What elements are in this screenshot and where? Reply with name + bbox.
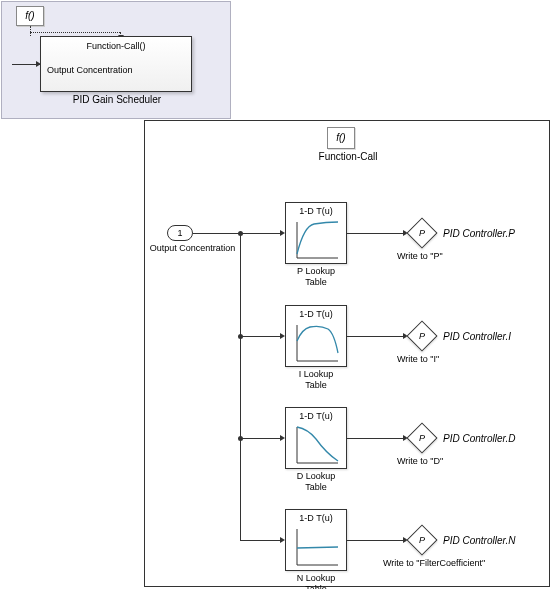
signal-line xyxy=(347,336,403,337)
lut-caption: N Lookup Table xyxy=(285,573,347,589)
signal-line xyxy=(347,233,403,234)
subsystem-fcall-label: Function-Call() xyxy=(41,41,191,51)
signal-line xyxy=(240,540,280,541)
signal-line xyxy=(240,233,280,234)
dsw-caption: Write to "D" xyxy=(397,456,443,466)
dsw-caption: Write to "I" xyxy=(397,354,439,364)
subsystem-port-label: Output Concentration xyxy=(47,65,133,75)
fcall-trigger-label: Function-Call xyxy=(145,151,551,162)
dsw-port-label: P xyxy=(419,228,425,238)
dsw-target: PID Controller.N xyxy=(443,535,515,546)
data-store-write-d[interactable]: P xyxy=(406,422,437,453)
i-lookup-table-block[interactable]: 1-D T(u) xyxy=(285,305,347,367)
signal-line xyxy=(240,336,280,337)
fcall-trigger-block[interactable]: f() xyxy=(327,127,355,149)
subsystem-caption: PID Gain Scheduler xyxy=(2,94,232,105)
lut-curve-icon xyxy=(294,220,340,260)
data-store-write-p[interactable]: P xyxy=(406,217,437,248)
lut-curve-icon xyxy=(294,323,340,363)
dsw-port-label: P xyxy=(419,433,425,443)
fcall-port-icon: f() xyxy=(16,6,44,26)
n-lookup-table-block[interactable]: 1-D T(u) xyxy=(285,509,347,571)
lut-title: 1-D T(u) xyxy=(286,309,346,319)
signal-arrow xyxy=(12,64,40,65)
p-lookup-table-block[interactable]: 1-D T(u) xyxy=(285,202,347,264)
signal-line xyxy=(347,438,403,439)
signal-line xyxy=(240,438,280,439)
lut-title: 1-D T(u) xyxy=(286,206,346,216)
signal-line xyxy=(30,26,31,36)
data-store-write-n[interactable]: P xyxy=(406,524,437,555)
signal-line xyxy=(347,540,403,541)
inport-block[interactable]: 1 xyxy=(167,225,193,241)
signal-line xyxy=(30,32,120,33)
dsw-target: PID Controller.D xyxy=(443,433,515,444)
dsw-port-label: P xyxy=(419,331,425,341)
gain-scheduler-overview: f() Function-Call() Output Concentration… xyxy=(1,1,231,119)
lut-caption: P Lookup Table xyxy=(285,266,347,288)
d-lookup-table-block[interactable]: 1-D T(u) xyxy=(285,407,347,469)
pid-gain-scheduler-block[interactable]: Function-Call() Output Concentration xyxy=(40,36,192,92)
dsw-port-label: P xyxy=(419,535,425,545)
dsw-target: PID Controller.P xyxy=(443,228,515,239)
lut-caption: D Lookup Table xyxy=(285,471,347,493)
signal-line xyxy=(240,233,241,541)
dsw-caption: Write to "P" xyxy=(397,251,443,261)
data-store-write-i[interactable]: P xyxy=(406,320,437,351)
lut-curve-icon xyxy=(294,425,340,465)
inport-label: Output Concentration xyxy=(145,243,240,253)
lut-title: 1-D T(u) xyxy=(286,513,346,523)
dsw-target: PID Controller.I xyxy=(443,331,511,342)
dsw-caption: Write to "FilterCoefficient" xyxy=(383,558,485,568)
signal-line xyxy=(193,233,241,234)
lut-curve-icon xyxy=(294,527,340,567)
lut-caption: I Lookup Table xyxy=(285,369,347,391)
lut-title: 1-D T(u) xyxy=(286,411,346,421)
subsystem-contents: f() Function-Call 1 Output Concentration… xyxy=(144,120,550,587)
